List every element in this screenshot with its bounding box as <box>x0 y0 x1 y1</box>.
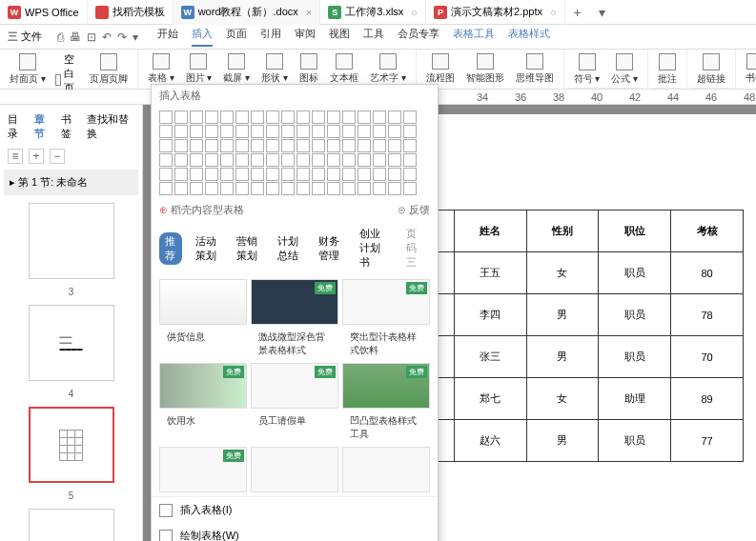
grid-cell[interactable] <box>296 168 310 181</box>
grid-cell[interactable] <box>281 139 295 152</box>
save-icon[interactable]: ⎙ <box>57 30 64 44</box>
print-icon[interactable]: 🖶 <box>70 30 81 44</box>
grid-cell[interactable] <box>266 168 279 181</box>
grid-cell[interactable] <box>327 168 340 181</box>
grid-cell[interactable] <box>220 125 234 138</box>
sheet-tab[interactable]: S工作簿3.xlsx○ <box>320 0 426 25</box>
grid-cell[interactable] <box>358 110 371 124</box>
grid-cell[interactable] <box>266 110 279 124</box>
shapes-button[interactable]: 形状 ▾ <box>255 51 294 87</box>
cat-activity[interactable]: 活动策划 <box>190 232 223 265</box>
grid-cell[interactable] <box>235 182 249 195</box>
grid-cell[interactable] <box>281 110 295 124</box>
grid-cell[interactable] <box>251 168 264 181</box>
qat-dropdown-icon[interactable]: ▾ <box>133 30 138 44</box>
grid-cell[interactable] <box>281 168 295 181</box>
grid-cell[interactable] <box>251 110 264 124</box>
grid-cell[interactable] <box>312 168 325 181</box>
grid-cell[interactable] <box>403 153 417 167</box>
template-item[interactable] <box>342 447 430 492</box>
flowchart-button[interactable]: 流程图 <box>420 51 460 87</box>
grid-cell[interactable] <box>174 125 188 138</box>
grid-cell[interactable] <box>342 168 356 181</box>
grid-cell[interactable] <box>266 182 279 195</box>
tab-table-style[interactable]: 表格样式 <box>508 27 550 47</box>
grid-cell[interactable] <box>312 182 325 195</box>
grid-cell[interactable] <box>296 110 310 124</box>
grid-cell[interactable] <box>358 182 371 195</box>
grid-cell[interactable] <box>358 125 371 138</box>
grid-cell[interactable] <box>296 182 310 195</box>
tab-tools[interactable]: 工具 <box>363 27 384 47</box>
grid-cell[interactable] <box>296 153 310 167</box>
grid-cell[interactable] <box>190 110 203 124</box>
tab-menu-button[interactable]: ▾ <box>590 5 615 20</box>
template-tab[interactable]: 找稻壳模板 <box>88 0 174 25</box>
grid-cell[interactable] <box>388 125 401 138</box>
page-thumbnail[interactable] <box>29 509 114 541</box>
grid-cell[interactable] <box>388 168 401 181</box>
grid-cell[interactable] <box>266 139 279 152</box>
tab-page[interactable]: 页面 <box>226 27 247 47</box>
textbox-button[interactable]: 文本框 <box>324 51 364 87</box>
grid-cell[interactable] <box>403 182 417 195</box>
grid-cell[interactable] <box>373 182 386 195</box>
symbol-button[interactable]: 符号 ▾ <box>568 51 606 88</box>
grid-cell[interactable] <box>190 125 203 138</box>
grid-cell[interactable] <box>205 153 218 167</box>
grid-cell[interactable] <box>251 153 264 167</box>
grid-cell[interactable] <box>205 125 218 138</box>
grid-cell[interactable] <box>296 139 310 152</box>
grid-cell[interactable] <box>159 153 173 167</box>
table-button[interactable]: 表格 ▾ <box>142 51 180 87</box>
mindmap-button[interactable]: 思维导图 <box>510 51 560 87</box>
grid-cell[interactable] <box>159 182 173 195</box>
tab-table-tools[interactable]: 表格工具 <box>453 27 495 47</box>
grid-cell[interactable] <box>296 125 310 138</box>
insert-table-item[interactable]: 插入表格(I) <box>152 497 438 523</box>
grid-cell[interactable] <box>174 153 188 167</box>
grid-cell[interactable] <box>205 110 218 124</box>
grid-cell[interactable] <box>342 153 356 167</box>
tab-review[interactable]: 审阅 <box>295 27 316 47</box>
grid-cell[interactable] <box>312 139 325 152</box>
grid-cell[interactable] <box>220 168 234 181</box>
grid-cell[interactable] <box>235 139 249 152</box>
doc-tab[interactable]: Wword教程（新）.docx× <box>174 0 321 25</box>
grid-cell[interactable] <box>220 139 234 152</box>
table-size-grid[interactable] <box>152 107 438 199</box>
grid-cell[interactable] <box>220 153 234 167</box>
redo-icon[interactable]: ↷ <box>117 30 127 44</box>
sb-tab-find[interactable]: 查找和替换 <box>87 112 134 141</box>
grid-cell[interactable] <box>220 182 234 195</box>
screenshot-button[interactable]: 截屏 ▾ <box>217 51 255 87</box>
grid-cell[interactable] <box>403 125 417 138</box>
grid-cell[interactable] <box>235 110 249 124</box>
grid-cell[interactable] <box>159 139 173 152</box>
grid-cell[interactable] <box>235 125 249 138</box>
cat-plan[interactable]: 计划总结 <box>272 232 305 265</box>
cat-marketing[interactable]: 营销策划 <box>231 232 264 265</box>
grid-cell[interactable] <box>327 153 340 167</box>
grid-cell[interactable] <box>220 110 234 124</box>
grid-cell[interactable] <box>358 153 371 167</box>
page-thumbnail[interactable] <box>29 203 114 279</box>
grid-cell[interactable] <box>358 139 371 152</box>
add-tab-button[interactable]: + <box>565 5 590 20</box>
grid-cell[interactable] <box>388 139 401 152</box>
close-icon[interactable]: ○ <box>550 7 557 18</box>
grid-cell[interactable] <box>327 125 340 138</box>
grid-cell[interactable] <box>251 182 264 195</box>
grid-cell[interactable] <box>190 182 203 195</box>
sb-tab-section[interactable]: 章节 <box>34 112 53 141</box>
grid-cell[interactable] <box>312 110 325 124</box>
bookmark-button[interactable]: 书签 <box>740 51 756 87</box>
grid-cell[interactable] <box>327 139 340 152</box>
grid-cell[interactable] <box>174 139 188 152</box>
template-item[interactable]: 免费 <box>251 279 338 325</box>
app-tab[interactable]: WWPS Office <box>0 0 88 25</box>
grid-cell[interactable] <box>174 168 188 181</box>
grid-cell[interactable] <box>342 182 356 195</box>
preview-icon[interactable]: ⊡ <box>87 30 96 44</box>
tab-view[interactable]: 视图 <box>329 27 350 47</box>
